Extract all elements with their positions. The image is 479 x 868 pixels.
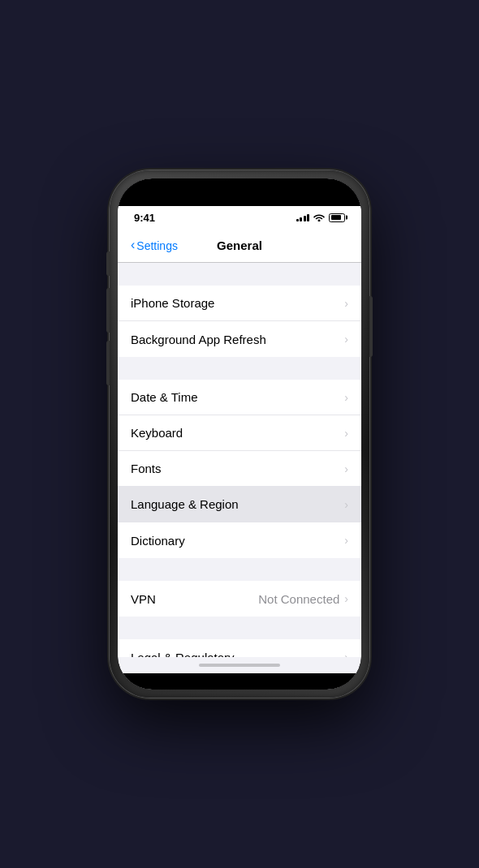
keyboard-label: Keyboard xyxy=(131,426,183,440)
settings-content: iPhone Storage › Background App Refresh … xyxy=(118,263,361,657)
chevron-icon: › xyxy=(344,427,348,440)
chevron-icon: › xyxy=(344,462,348,475)
iphone-storage-row[interactable]: iPhone Storage › xyxy=(118,286,361,321)
vpn-value: Not Connected xyxy=(258,592,339,606)
vpn-row[interactable]: VPN Not Connected › xyxy=(118,581,361,617)
fonts-row[interactable]: Fonts › xyxy=(118,451,361,487)
phone-frame: 9:41 xyxy=(110,170,369,698)
dictionary-row[interactable]: Dictionary › xyxy=(118,522,361,558)
legal-section: Legal & Regulatory › xyxy=(118,639,361,657)
phone-screen: 9:41 xyxy=(118,178,361,690)
volume-down-button[interactable] xyxy=(106,341,110,385)
home-indicator-area xyxy=(118,657,361,673)
legal-regulatory-row[interactable]: Legal & Regulatory › xyxy=(118,639,361,657)
status-bar: 9:41 xyxy=(118,206,361,229)
chevron-icon: › xyxy=(344,297,348,310)
language-region-label: Language & Region xyxy=(131,497,239,511)
fonts-label: Fonts xyxy=(131,462,162,475)
chevron-icon: › xyxy=(344,498,348,511)
navigation-bar: ‹ Settings General xyxy=(118,229,361,263)
mute-button[interactable] xyxy=(106,251,110,276)
vpn-section: VPN Not Connected › xyxy=(118,581,361,617)
iphone-storage-label: iPhone Storage xyxy=(131,296,214,310)
spacer-2 xyxy=(118,357,361,380)
background-app-refresh-label: Background App Refresh xyxy=(131,333,266,346)
dictionary-label: Dictionary xyxy=(131,534,185,548)
language-region-row[interactable]: Language & Region › xyxy=(118,487,361,522)
background-app-refresh-row[interactable]: Background App Refresh › xyxy=(118,321,361,357)
back-button[interactable]: ‹ Settings xyxy=(131,238,178,252)
volume-up-button[interactable] xyxy=(106,288,110,333)
wifi-icon xyxy=(313,213,325,223)
back-label: Settings xyxy=(136,239,178,252)
chevron-icon: › xyxy=(344,651,348,657)
battery-icon xyxy=(329,213,345,222)
datetime-section: Date & Time › Keyboard › xyxy=(118,380,361,558)
home-indicator xyxy=(199,664,280,667)
legal-regulatory-label: Legal & Regulatory xyxy=(131,651,235,658)
notch-area xyxy=(118,178,361,206)
status-time: 9:41 xyxy=(134,212,155,224)
date-time-label: Date & Time xyxy=(131,390,198,404)
bottom-bg xyxy=(118,673,361,690)
power-button[interactable] xyxy=(369,296,373,357)
vpn-label: VPN xyxy=(131,592,156,606)
notch xyxy=(191,178,288,200)
back-chevron-icon: ‹ xyxy=(131,238,135,252)
spacer-4 xyxy=(118,617,361,639)
date-time-row[interactable]: Date & Time › xyxy=(118,380,361,415)
signal-icon xyxy=(296,213,310,221)
chevron-icon: › xyxy=(344,534,348,547)
storage-section: iPhone Storage › Background App Refresh … xyxy=(118,286,361,357)
keyboard-row[interactable]: Keyboard › xyxy=(118,415,361,451)
spacer-1 xyxy=(118,263,361,286)
chevron-icon: › xyxy=(344,391,348,404)
chevron-icon: › xyxy=(344,333,348,346)
chevron-icon: › xyxy=(344,592,348,605)
spacer-3 xyxy=(118,558,361,581)
screen-content: 9:41 xyxy=(118,178,361,690)
status-icons xyxy=(296,213,346,223)
page-title: General xyxy=(217,238,262,252)
